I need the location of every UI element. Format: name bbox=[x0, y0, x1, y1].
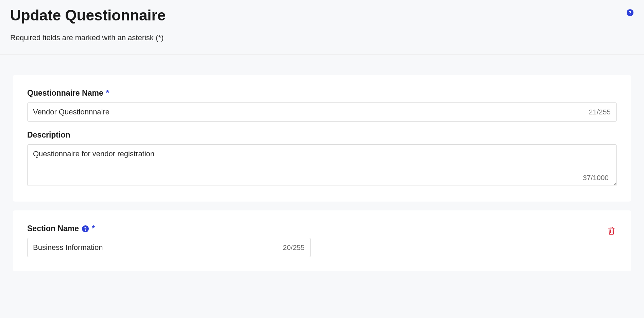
questionnaire-card: Questionnaire Name * 21/255 Description … bbox=[13, 75, 631, 202]
help-icon[interactable] bbox=[626, 9, 634, 16]
help-icon[interactable] bbox=[82, 225, 89, 233]
section-name-input[interactable] bbox=[27, 238, 311, 257]
delete-section-button[interactable] bbox=[606, 225, 617, 237]
content-area: Questionnaire Name * 21/255 Description … bbox=[0, 54, 644, 287]
required-mark: * bbox=[106, 89, 109, 98]
description-field: Description 37/1000 bbox=[27, 130, 617, 187]
questionnaire-name-input[interactable] bbox=[27, 102, 617, 122]
description-label: Description bbox=[27, 130, 70, 140]
questionnaire-name-field: Questionnaire Name * 21/255 bbox=[27, 89, 617, 122]
required-mark: * bbox=[92, 224, 95, 233]
questionnaire-name-label: Questionnaire Name bbox=[27, 89, 103, 98]
page-header: Update Questionnaire Required fields are… bbox=[0, 0, 644, 54]
page-subtitle: Required fields are marked with an aster… bbox=[10, 33, 634, 42]
trash-icon bbox=[607, 226, 615, 236]
section-card: Section Name * 20/255 bbox=[13, 210, 631, 271]
section-name-label: Section Name bbox=[27, 224, 79, 233]
description-input[interactable] bbox=[27, 144, 617, 186]
page-title: Update Questionnaire bbox=[10, 7, 634, 24]
